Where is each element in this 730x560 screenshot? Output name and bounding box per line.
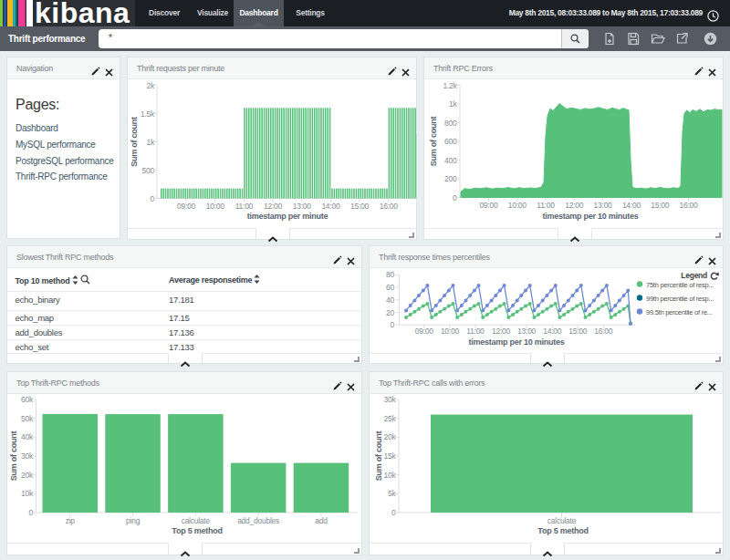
svg-text:Sum of count: Sum of count (429, 117, 438, 167)
svg-text:15k: 15k (384, 451, 397, 461)
svg-text:10:00: 10:00 (206, 202, 225, 211)
svg-text:99.5th percentile of re...: 99.5th percentile of re... (646, 308, 712, 316)
svg-text:16:00: 16:00 (380, 202, 399, 211)
svg-text:30k: 30k (21, 451, 34, 461)
svg-text:40k: 40k (21, 432, 34, 441)
svg-text:60k: 60k (21, 395, 34, 404)
svg-text:timestamp per 10 minutes: timestamp per 10 minutes (542, 212, 638, 221)
svg-text:40: 40 (386, 296, 394, 305)
svg-text:20k: 20k (21, 471, 34, 480)
svg-text:10:00: 10:00 (508, 201, 527, 210)
svg-text:calculate: calculate (548, 516, 577, 525)
svg-text:50k: 50k (21, 414, 34, 423)
svg-text:add_doubles: add_doubles (237, 516, 279, 525)
svg-text:Legend: Legend (681, 271, 707, 280)
svg-text:12:00: 12:00 (264, 202, 283, 211)
svg-text:15:00: 15:00 (350, 202, 370, 211)
svg-text:11:00: 11:00 (235, 202, 254, 211)
svg-text:10:00: 10:00 (441, 327, 460, 336)
svg-text:Sum of count: Sum of count (9, 431, 18, 482)
svg-text:timestamp per 10 minutes: timestamp per 10 minutes (468, 337, 564, 347)
svg-text:600: 600 (444, 137, 457, 146)
svg-text:1.2k: 1.2k (443, 81, 457, 90)
svg-text:Sum of count: Sum of count (130, 117, 139, 167)
svg-text:09:00: 09:00 (177, 202, 196, 211)
svg-text:75th percentile of resp...: 75th percentile of resp... (646, 281, 714, 289)
svg-text:99th percentile of resp...: 99th percentile of resp... (646, 295, 714, 303)
svg-text:15:00: 15:00 (568, 327, 588, 336)
svg-text:11:00: 11:00 (537, 201, 555, 210)
svg-text:14:00: 14:00 (622, 201, 641, 210)
svg-text:ping: ping (126, 516, 141, 525)
svg-text:10k: 10k (384, 471, 397, 480)
svg-text:0: 0 (391, 320, 395, 329)
svg-text:12:00: 12:00 (492, 327, 511, 336)
svg-text:timestamp per minute: timestamp per minute (247, 212, 328, 221)
svg-text:30k: 30k (384, 395, 397, 404)
svg-text:14:00: 14:00 (321, 202, 340, 211)
svg-text:zip: zip (66, 516, 76, 525)
svg-text:Top 5 method: Top 5 method (537, 526, 588, 535)
svg-text:25k: 25k (384, 414, 397, 423)
svg-text:15:00: 15:00 (651, 201, 670, 210)
svg-text:14:00: 14:00 (543, 327, 562, 336)
svg-text:12:00: 12:00 (565, 201, 584, 210)
svg-text:16:00: 16:00 (594, 327, 613, 336)
svg-text:1.5k: 1.5k (141, 109, 155, 119)
svg-text:200: 200 (444, 174, 457, 183)
svg-text:11:00: 11:00 (466, 327, 485, 336)
svg-text:calculate: calculate (182, 516, 211, 525)
svg-text:400: 400 (444, 156, 457, 165)
svg-text:16:00: 16:00 (679, 201, 698, 210)
svg-text:80: 80 (386, 270, 394, 279)
svg-text:800: 800 (444, 119, 457, 128)
svg-text:Sum of count: Sum of count (374, 431, 383, 482)
svg-text:09:00: 09:00 (415, 327, 434, 336)
svg-text:20k: 20k (384, 432, 397, 441)
svg-text:09:00: 09:00 (479, 201, 498, 210)
svg-text:60: 60 (386, 283, 394, 292)
svg-text:add: add (315, 516, 328, 525)
svg-text:500: 500 (142, 166, 155, 175)
svg-text:13:00: 13:00 (594, 201, 613, 210)
svg-text:13:00: 13:00 (293, 202, 312, 211)
svg-text:Top 5 method: Top 5 method (172, 526, 222, 535)
svg-text:13:00: 13:00 (517, 327, 537, 336)
svg-text:10k: 10k (21, 489, 34, 498)
svg-text:20: 20 (386, 308, 394, 317)
